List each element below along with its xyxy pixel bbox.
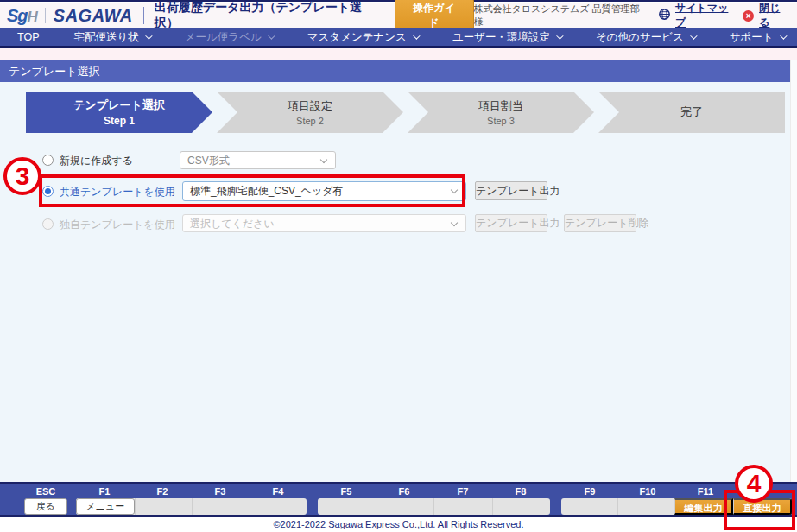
radio-own-template[interactable] [42, 218, 54, 230]
nav-item-master-maintenance[interactable]: マスタメンテナンス [307, 30, 418, 45]
own-template-dropdown[interactable]: 選択してください [182, 214, 466, 232]
chevron-down-icon [690, 32, 697, 39]
close-link[interactable]: 閉じる [759, 1, 790, 30]
wizard-step-2: 項目設定 Step 2 [217, 92, 403, 133]
nav-item-mailbin-label[interactable]: メール便ラベル [185, 30, 273, 45]
fn-label-esc: ESC [28, 486, 63, 497]
back-button[interactable]: 戻る [24, 498, 67, 515]
fn-slot-f10 [617, 498, 674, 515]
chevron-down-icon [451, 187, 458, 193]
globe-icon [659, 8, 670, 23]
format-dropdown[interactable]: CSV形式 [180, 151, 336, 169]
header-spacer [0, 48, 797, 60]
template-export-button[interactable]: テンプレート出力 [475, 181, 547, 200]
nav-item-support[interactable]: サポート [730, 30, 785, 45]
logo-divider [45, 8, 46, 23]
chevron-down-icon [268, 32, 275, 39]
annotation-callout-3: 3 [3, 157, 41, 195]
fn-slot-f2 [135, 498, 193, 515]
function-key-bar: ESC F1 F2 F3 F4 F5 F6 F7 F8 F9 F10 F11 戻… [0, 482, 797, 517]
fn-slot-f4 [250, 498, 307, 515]
fn-label-f5: F5 [329, 486, 364, 497]
fn-label-f6: F6 [387, 486, 421, 497]
nav-item-top[interactable]: TOP [17, 31, 39, 43]
sitemap-link[interactable]: サイトマップ [675, 1, 737, 30]
menu-button[interactable]: メニュー [76, 498, 135, 515]
page-title: 出荷履歴データ出力（テンプレート選択） [155, 0, 383, 31]
app-window: SgH SAGAWA 出荷履歴データ出力（テンプレート選択） 操作ガイド 株式会… [0, 0, 797, 532]
title-bar: SgH SAGAWA 出荷履歴データ出力（テンプレート選択） 操作ガイド 株式会… [0, 3, 797, 28]
wizard-step-3: 項目割当 Step 3 [408, 92, 594, 133]
fn-group-f1-f4: メニュー [76, 498, 307, 515]
own-template-export-button[interactable]: テンプレート出力 [475, 214, 547, 232]
fn-label-f8: F8 [503, 486, 538, 497]
chevron-down-icon [780, 32, 787, 39]
annotation-callout-4: 4 [735, 465, 773, 503]
nav-item-other-services[interactable]: その他のサービス [596, 30, 695, 45]
title-divider [143, 7, 144, 24]
sagawa-logo: SAGAWA [54, 6, 133, 26]
fn-slot-f9 [561, 498, 617, 515]
common-template-dropdown[interactable]: 標準_飛脚宅配便_CSV_ヘッダ有 [182, 181, 466, 201]
direct-output-button[interactable]: 直接出力 [733, 498, 792, 515]
sgh-logo: SgH [7, 6, 37, 26]
global-nav: TOP 宅配便送り状 メール便ラベル マスタメンテナンス ユーザー・環境設定 そ… [0, 28, 797, 48]
scrollbar[interactable] [790, 60, 797, 482]
copyright-footer: ©2021-2022 Sagawa Express Co.,Ltd. All R… [0, 517, 797, 532]
main-content: テンプレート選択 Step 1 項目設定 Step 2 項目割当 Step 3 … [0, 82, 790, 482]
own-template-delete-button[interactable]: テンプレート削除 [564, 214, 636, 232]
fn-slot-f3 [192, 498, 250, 515]
nav-item-takuhaibin-invoice[interactable]: 宅配便送り状 [73, 30, 149, 45]
fn-label-f2: F2 [145, 486, 180, 497]
fn-label-f11: F11 [688, 486, 723, 497]
radio-create-new[interactable] [42, 155, 54, 166]
wizard-step-4: 完了 [598, 92, 785, 133]
fn-group-f5-f8 [318, 498, 550, 515]
edit-output-button[interactable]: 編集出力 [674, 498, 733, 515]
radio-create-new-label: 新規に作成する [60, 154, 133, 168]
close-icon: × [743, 10, 754, 22]
fn-label-f7: F7 [446, 486, 480, 497]
step-wizard: テンプレート選択 Step 1 項目設定 Step 2 項目割当 Step 3 … [26, 92, 786, 133]
radio-common-template[interactable] [42, 186, 54, 197]
account-name: 株式会社タロスシステムズ 品質管理部 様 [474, 3, 648, 28]
fn-label-f9: F9 [572, 486, 607, 497]
fn-slot-f8 [492, 498, 551, 515]
fn-label-f10: F10 [630, 486, 665, 497]
section-title: テンプレート選択 [0, 60, 790, 82]
nav-item-user-settings[interactable]: ユーザー・環境設定 [452, 30, 561, 45]
radio-common-template-label: 共通テンプレートを使用 [60, 185, 175, 200]
fn-label-f1: F1 [87, 486, 122, 497]
fn-slot-f5 [318, 498, 376, 515]
fn-slot-f7 [433, 498, 492, 515]
fn-slot-f6 [376, 498, 434, 515]
chevron-down-icon [451, 219, 458, 226]
chevron-down-icon [145, 32, 152, 39]
chevron-down-icon [413, 32, 420, 39]
radio-own-template-label: 独自テンプレートを使用 [60, 218, 175, 232]
chevron-down-icon [556, 32, 563, 39]
wizard-step-1: テンプレート選択 Step 1 [26, 92, 212, 133]
fn-label-f3: F3 [203, 486, 237, 497]
chevron-down-icon [320, 156, 327, 163]
fn-label-f4: F4 [261, 486, 295, 497]
